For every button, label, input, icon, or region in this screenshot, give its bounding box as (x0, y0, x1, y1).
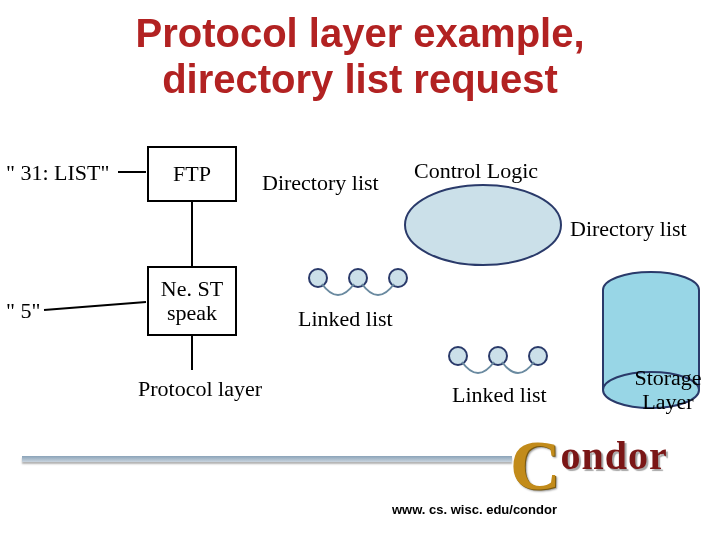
svg-point-6 (349, 269, 367, 287)
footer-url: www. cs. wisc. edu/condor (392, 502, 557, 517)
svg-point-8 (449, 347, 467, 365)
storage-layer-text: Storage Layer (634, 365, 701, 414)
svg-point-9 (489, 347, 507, 365)
label-protocol-layer: Protocol layer (138, 376, 262, 402)
divider-bar (22, 456, 512, 462)
label-storage-layer: Storage Layer (616, 366, 720, 414)
svg-point-7 (389, 269, 407, 287)
label-directory-list-right: Directory list (570, 216, 687, 242)
svg-point-5 (309, 269, 327, 287)
label-directory-list-top: Directory list (262, 170, 379, 196)
label-linked-list-upper: Linked list (298, 306, 393, 332)
svg-point-4 (405, 185, 561, 265)
control-logic-ellipse (398, 180, 568, 270)
logo-rest: ondor (561, 433, 668, 478)
svg-point-10 (529, 347, 547, 365)
label-linked-list-lower: Linked list (452, 382, 547, 408)
condor-logo: Condor (510, 420, 668, 500)
logo-c: C (510, 426, 561, 506)
